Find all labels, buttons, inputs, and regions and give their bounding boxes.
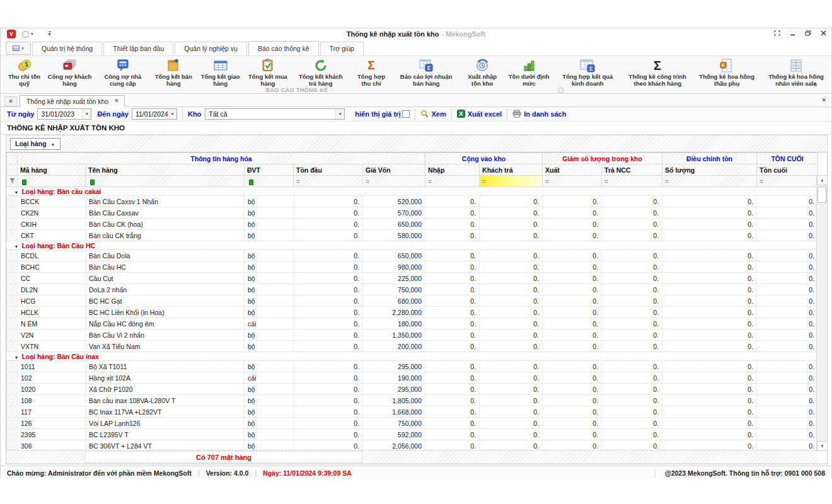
cell: BCDL	[18, 250, 86, 261]
table-row[interactable]: 2395BC L2395V Tbộ0.592,0000.0.0.0.0.0.	[7, 429, 818, 440]
ribbon-button-7[interactable]: ΣTổng hợp thu chi	[350, 57, 393, 88]
table-row[interactable]: VXTNVan Xã Tiểu Nambộ0.200,0000.0.0.0.0.…	[7, 341, 818, 352]
ribbon-button-13[interactable]: EThống kê hoa hồng thầu phụ	[693, 57, 761, 88]
chevron-down-icon[interactable]: ▼	[335, 109, 344, 119]
ribbon-button-11[interactable]: ΣTổng hợp kết quả kinh doanh	[553, 57, 622, 88]
group-by-chip[interactable]: Loại hàng▲	[10, 138, 61, 150]
column-header-3[interactable]: Tồn đầu	[294, 164, 363, 176]
ribbon-button-1[interactable]: Công nợ khách hàng	[44, 57, 95, 88]
vertical-scrollbar[interactable]: ▲ ▼	[816, 175, 827, 451]
svg-text:$: $	[25, 61, 28, 68]
ribbon-button-6[interactable]: Tổng kết khách trả hàng	[292, 57, 350, 88]
column-header-8[interactable]: Trả NCC	[602, 164, 662, 176]
print-list-button[interactable]: In danh sách	[512, 110, 566, 119]
table-row[interactable]: BCHCBàn Cầu HCbộ0.980,0000.0.0.0.0.0.	[7, 261, 818, 273]
table-row[interactable]: BCCKBàn Cầu Caxsv 1 Nhấnbộ0.520,0000.0.0…	[7, 196, 818, 207]
ribbon-button-4[interactable]: Tổng kết giao hàng	[197, 57, 244, 88]
scrollbar-thumb[interactable]	[818, 186, 826, 203]
table-row[interactable]: HCGBC HC Gạtbộ0.680,0000.0.0.0.0.0.	[7, 295, 818, 307]
view-button[interactable]: Xem	[420, 110, 446, 119]
tab-thong-ke-nhap-xuat-ton-kho[interactable]: Thống kê nhập xuất tồn kho✕	[20, 95, 125, 107]
table-row[interactable]: 108Bàn cầu inax 108VA-L280V Tbộ0.1,805,0…	[7, 395, 818, 406]
table-row[interactable]: V2NBàn Cầu Vi 2 nhấnbộ0.1,350,0000.0.0.0…	[7, 329, 818, 341]
expand-icon[interactable]	[774, 30, 780, 36]
cell: 0.	[425, 384, 480, 395]
close-tab-button[interactable]: ✕	[4, 96, 17, 106]
close-button[interactable]	[821, 30, 826, 36]
application-menu-button[interactable]: ▾	[6, 42, 31, 55]
chevron-down-icon[interactable]: ▼	[82, 109, 91, 119]
column-header-4[interactable]: Giá Vốn	[363, 164, 425, 176]
column-header-5[interactable]: Nhập	[425, 164, 480, 176]
show-value-checkbox[interactable]	[402, 110, 410, 118]
filter-cell-5[interactable]: =	[425, 176, 480, 187]
warehouse-select[interactable]: Tất cả▼	[205, 108, 345, 120]
close-all-icon[interactable]: ✕	[821, 97, 826, 103]
filter-cell-3[interactable]: =	[294, 176, 363, 187]
scroll-up-icon[interactable]: ▲	[817, 175, 828, 185]
ribbon-tab-1[interactable]: Thiết lập ban đầu	[103, 42, 173, 55]
filter-cell-1[interactable]: ∙∙	[86, 176, 245, 187]
ribbon-button-8[interactable]: ΣBáo cáo lợi nhuận bán hàng	[393, 57, 459, 88]
close-icon[interactable]: ✕	[114, 98, 119, 104]
collapse-icon[interactable]: ▼	[14, 355, 19, 360]
group-row[interactable]: ▼Loại hàng: Bàn Cầu HC	[7, 241, 818, 250]
ribbon-button-9[interactable]: Xuất nhập tồn kho	[459, 57, 505, 88]
ribbon-button-10[interactable]: Tồn dưới định mức	[505, 57, 553, 88]
table-row[interactable]: 1020Xã Chữ P1020bộ0.295,0000.0.0.0.0.0.	[7, 384, 818, 395]
minimize-button[interactable]	[790, 30, 795, 36]
filter-cell-9[interactable]: =	[662, 176, 757, 187]
table-row[interactable]: 102Hàng xịt 102Acái0.190,0000.0.0.0.0.0.	[7, 372, 818, 384]
filter-cell-2[interactable]: ∙∙	[245, 176, 294, 187]
column-header-1[interactable]: Tên hàng	[86, 164, 245, 176]
table-row[interactable]: N ÊMNắp Cầu HC đóng êmcái0.180,0000.0.0.…	[7, 318, 818, 329]
ribbon-tab-2[interactable]: Quản lý nghiệp vụ	[175, 42, 247, 55]
cell: 0.	[543, 406, 602, 418]
ribbon-tab-0[interactable]: Quản trị hệ thống	[32, 42, 102, 55]
chevron-down-icon[interactable]: ▼	[168, 109, 176, 119]
column-header-0[interactable]: Mã hàng	[18, 164, 86, 176]
ribbon-button-12[interactable]: ΣThống kê công trình theo khách hàng	[622, 57, 693, 88]
from-date-input[interactable]: 31/01/2023▼	[37, 108, 91, 120]
table-row[interactable]: CKTBàn cầu CK trắngbộ0.580,0000.0.0.0.0.…	[7, 230, 818, 241]
filter-cell-7[interactable]: =	[543, 176, 602, 187]
export-excel-button[interactable]: Xuất excel	[457, 110, 502, 119]
filter-cell-0[interactable]: ∙∙	[18, 176, 86, 187]
ribbon-button-0[interactable]: $Thu chi tồn quỹ	[4, 57, 44, 88]
dialog-launcher-icon[interactable]	[558, 88, 563, 93]
scroll-down-icon[interactable]: ▼	[817, 441, 828, 451]
to-date-input[interactable]: 11/01/2024▼	[132, 108, 177, 120]
ribbon-button-3[interactable]: Tổng kết bán hàng	[151, 57, 197, 88]
column-header-10[interactable]: Tồn cuối	[757, 164, 818, 176]
collapse-icon[interactable]: ▼	[14, 244, 19, 249]
table-row[interactable]: CCCầu Cụtbộ0.225,0000.0.0.0.0.0.	[7, 273, 818, 284]
column-header-2[interactable]: ĐVT	[245, 164, 294, 176]
ribbon-tab-4[interactable]: Trợ giúp	[320, 42, 364, 55]
collapse-ribbon-icon[interactable]: ∧	[813, 81, 818, 88]
restore-button[interactable]	[805, 30, 811, 36]
table-row[interactable]: HCLKBC HC Liền Khối (in Hoa)bộ0.2,280,00…	[7, 307, 818, 318]
filter-cell-10[interactable]: =	[757, 176, 818, 187]
table-row[interactable]: 117BC Inax 117VA +L282VTbộ0.1,668,0000.0…	[7, 406, 818, 418]
column-header-9[interactable]: Số lượng	[662, 164, 757, 176]
quick-access-button[interactable]: ▾	[22, 31, 33, 38]
table-row[interactable]: 126Vòi LAP Lạnh126bộ0.750,0000.0.0.0.0.0…	[7, 418, 818, 429]
toolbar-overflow-icon[interactable]: ▾	[49, 32, 51, 37]
ribbon-tab-3[interactable]: Báo cáo thống kê	[248, 41, 319, 55]
filter-cell-highlighted[interactable]: =	[480, 176, 543, 187]
collapse-icon[interactable]: ▼	[14, 190, 19, 195]
table-row[interactable]: CKIHBàn Cầu CK (hoa)bộ0.650,0000.0.0.0.0…	[7, 219, 818, 230]
filter-cell-8[interactable]: =	[602, 176, 662, 187]
ribbon-button-2[interactable]: Công nợ nhà cung cấp	[95, 57, 150, 88]
filter-cell-4[interactable]: =	[363, 176, 425, 187]
group-row[interactable]: ▼Loại hàng: Bàn Cầu inax	[7, 352, 818, 361]
table-row[interactable]: BCDLBàn Cầu Dolabộ0.650,0000.0.0.0.0.0.	[7, 250, 818, 261]
column-header-6[interactable]: Khách trả	[480, 164, 543, 176]
table-row[interactable]: 1011Bộ Xã T1011bộ0.295,0000.0.0.0.0.0.	[7, 361, 818, 372]
group-row[interactable]: ▼Loại hàng: Bàn cầu cakai	[7, 187, 818, 196]
table-row[interactable]: CK2NBàn Cầu Caxsavbộ0.570,0000.0.0.0.0.0…	[7, 207, 818, 219]
ribbon-button-5[interactable]: Tổng kết mua hàng	[244, 57, 291, 88]
column-header-7[interactable]: Xuất	[543, 164, 602, 176]
table-row[interactable]: DL2NDoLa 2 nhấnbộ0.750,0000.0.0.0.0.0.	[7, 284, 818, 295]
ribbon-button-14[interactable]: Thống kê hoa hồng nhân viên sale	[761, 57, 831, 88]
